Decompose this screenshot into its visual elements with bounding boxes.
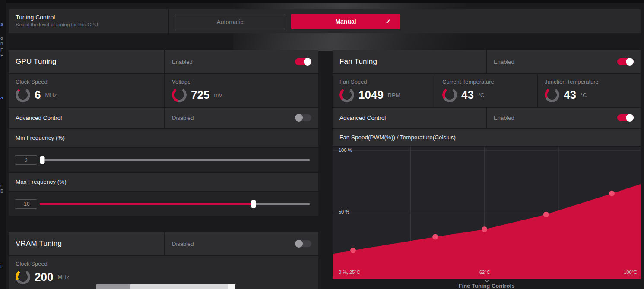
automatic-button[interactable]: Automatic [175,14,285,30]
fine-tuning-controls-button[interactable]: Fine Tuning Controls [333,280,641,289]
fan-curve-point[interactable] [350,248,356,253]
background-text-fragment: r [0,183,2,188]
max-frequency-slider[interactable] [40,203,310,205]
fan-advanced-status-cell: Enabled [487,108,641,128]
tuning-control-bar: Tuning Control Select the level of tunin… [9,9,641,33]
toggle-knob [304,58,311,66]
background-text-fragment: B [0,188,3,194]
current-temperature-value: 43 [461,89,474,101]
gpu-advanced-toggle[interactable] [295,114,311,121]
fan-curve-header: Fan Speed(PWM(%)) / Temperature(Celsius) [333,129,641,146]
toggle-knob [626,58,634,66]
vram-clock-speed-gauge [16,270,30,284]
toggle-knob [295,240,303,248]
gpu-advanced-status-label: Disabled [172,115,194,121]
fan-speed-gauge [339,88,354,102]
tuning-control-subtitle: Select the level of tuning for this GPU [16,22,98,27]
manual-button[interactable]: Manual ✓ [291,14,400,29]
clock-speed-value: 6 [35,89,41,101]
gpu-tuning-toggle[interactable] [295,58,311,65]
fan-speed-value: 1049 [358,89,384,101]
fan-curve-svg [333,147,641,279]
voltage-unit: mV [214,92,222,98]
gpu-tuning-status-cell: Enabled [165,50,318,73]
chart-y-100-label: 100 % [339,148,352,153]
vram-status-label: Disabled [172,241,194,247]
background-text-fragment: E [0,264,3,269]
min-frequency-value-box[interactable]: 0 [15,155,37,165]
background-text-fragment: B [0,53,3,58]
background-window-strip [130,284,228,289]
fan-curve-chart[interactable]: 100 % 50 % 0 %, 25°C 62°C 100°C [333,147,641,279]
fan-curve-point[interactable] [543,212,549,217]
min-frequency-label: Min Frequency (%) [16,135,65,141]
max-frequency-header: Max Frequency (%) [9,173,318,191]
fan-curve-point[interactable] [432,234,438,239]
vram-tuning-toggle[interactable] [295,240,311,247]
bar-divider [168,9,169,33]
background-window-edge: aanPBarBE [0,0,6,289]
tuning-control-title: Tuning Control [16,14,98,21]
adrenalin-tuning-screen: aanPBarBE Tuning Control Select the leve… [0,0,644,289]
junction-temperature-label: Junction Temperature [545,79,634,85]
voltage-gauge [172,88,187,102]
min-frequency-slider-handle[interactable] [40,156,45,164]
junction-temperature-gauge [545,88,559,102]
voltage-label: Voltage [172,79,311,85]
toggle-knob [626,114,634,122]
background-window-strip [228,284,235,289]
fan-tuning-status-cell: Enabled [487,50,641,73]
fan-tuning-title: Fan Tuning [339,57,377,66]
min-frequency-row: 0 [9,148,318,172]
gpu-tuning-header: GPU Tuning [9,50,164,73]
gpu-status-label: Enabled [172,59,193,65]
clock-speed-gauge [16,88,30,102]
top-edge-strip [0,0,644,3]
fan-speed-cell: Fan Speed 1049 RPM [333,74,435,107]
vram-clock-speed-unit: MHz [57,274,69,280]
fan-curve-title: Fan Speed(PWM(%)) / Temperature(Celsius) [339,134,456,141]
gpu-voltage-cell: Voltage 725 mV [165,74,318,107]
fan-curve-point[interactable] [482,226,487,232]
gpu-clock-speed-cell: Clock Speed 6 MHz [9,74,164,107]
background-text-fragment: n [0,41,3,46]
fan-status-label: Enabled [494,59,514,65]
background-text-fragment: a [0,35,3,41]
background-text-fragment: a [0,95,3,100]
voltage-value: 725 [191,89,209,101]
gpu-advanced-control-label: Advanced Control [16,115,62,121]
vram-tuning-title: VRAM Tuning [16,239,62,248]
junction-temperature-cell: Junction Temperature 43 °C [538,74,641,107]
junction-temperature-unit: °C [581,92,587,98]
vram-clock-speed-value: 200 [35,271,53,283]
fan-advanced-control-label: Advanced Control [339,115,386,121]
fan-tuning-header: Fan Tuning [333,50,486,73]
current-temperature-cell: Current Temperature 43 °C [435,74,537,107]
fine-tuning-controls-label: Fine Tuning Controls [459,283,515,289]
junction-temperature-value: 43 [564,89,576,101]
min-frequency-slider[interactable] [40,159,310,161]
fan-advanced-toggle[interactable] [617,114,634,121]
max-frequency-row: -10 [9,192,318,216]
max-frequency-slider-handle[interactable] [251,200,256,208]
chart-x-62-label: 62°C [479,270,490,275]
manual-button-label: Manual [335,18,356,25]
fan-tuning-toggle[interactable] [617,58,634,65]
gpu-tuning-title: GPU Tuning [16,57,57,66]
max-frequency-value-box[interactable]: -10 [15,199,37,209]
fan-speed-unit: RPM [388,92,400,98]
chart-y-50-label: 50 % [339,209,349,214]
slider-fill [40,203,254,205]
tuning-control-text: Tuning Control Select the level of tunin… [16,14,98,27]
chevron-down-icon [483,280,490,282]
background-window-strip [96,284,130,289]
fan-advanced-control-cell: Advanced Control [333,108,486,128]
max-frequency-label: Max Frequency (%) [16,179,67,185]
fan-advanced-status-label: Enabled [494,115,514,121]
clock-speed-unit: MHz [45,92,57,98]
background-text-fragment: a [0,22,3,27]
fan-curve-point[interactable] [609,191,615,196]
vram-clock-speed-label: Clock Speed [16,261,311,267]
gpu-advanced-control-cell: Advanced Control [9,108,164,128]
fan-speed-label: Fan Speed [339,79,428,85]
